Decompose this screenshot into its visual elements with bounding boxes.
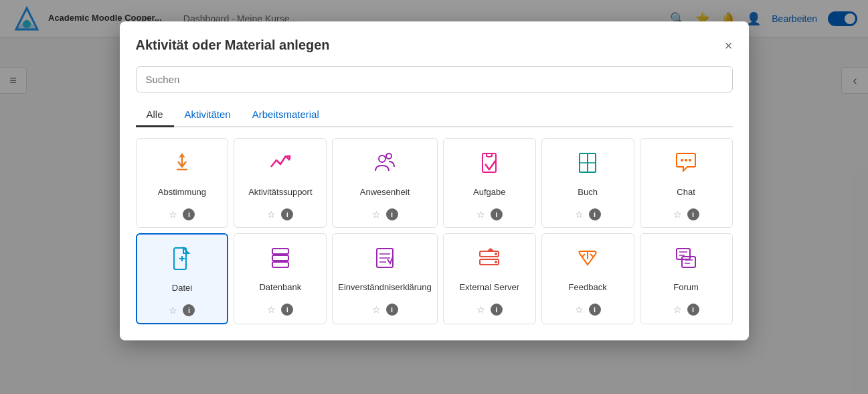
aktivitaetssupport-actions: ☆ i — [267, 208, 293, 220]
aufgabe-icon — [476, 149, 503, 176]
svg-rect-19 — [272, 262, 288, 267]
tab-alle[interactable]: Alle — [136, 103, 174, 127]
datenbank-info[interactable]: i — [281, 304, 293, 316]
activity-item-chat[interactable]: Chat ☆ i — [640, 138, 733, 228]
aktivitaetssupport-icon — [267, 149, 294, 176]
forum-star[interactable]: ☆ — [673, 304, 682, 315]
abstimmung-actions: ☆ i — [169, 208, 195, 220]
chat-icon — [673, 149, 699, 176]
einverstaendnis-icon — [371, 245, 398, 271]
activity-grid: Abstimmung ☆ i Aktivitätssupport ☆ i — [136, 138, 733, 324]
svg-line-30 — [590, 254, 593, 257]
datenbank-star[interactable]: ☆ — [267, 304, 276, 315]
svg-point-27 — [495, 261, 497, 263]
feedback-star[interactable]: ☆ — [575, 304, 584, 315]
activity-item-datei[interactable]: Datei ☆ i — [136, 233, 229, 324]
activity-item-aufgabe[interactable]: Aufgabe ☆ i — [443, 138, 536, 228]
einverstaendnis-info[interactable]: i — [386, 304, 398, 316]
external-server-star[interactable]: ☆ — [476, 304, 485, 315]
abstimmung-info[interactable]: i — [183, 208, 195, 220]
modal-header: Aktivität oder Material anlegen × — [136, 38, 733, 53]
buch-actions: ☆ i — [575, 208, 601, 220]
svg-point-12 — [685, 159, 687, 161]
anwesenheit-icon — [371, 149, 398, 176]
svg-point-4 — [386, 153, 392, 159]
datei-star[interactable]: ☆ — [169, 305, 177, 316]
feedback-label: Feedback — [569, 277, 607, 298]
aktivitaetssupport-info[interactable]: i — [281, 208, 293, 220]
tab-arbeitsmaterial[interactable]: Arbeitsmaterial — [242, 103, 330, 127]
einverstaendnis-label: Einverständniserklärung — [338, 277, 431, 298]
abstimmung-star[interactable]: ☆ — [169, 209, 177, 220]
svg-rect-17 — [272, 249, 288, 254]
datenbank-label: Datenbank — [259, 277, 301, 298]
activity-item-datenbank[interactable]: Datenbank ☆ i — [234, 233, 327, 324]
datenbank-icon — [267, 245, 294, 271]
forum-label: Forum — [673, 277, 699, 298]
einverstaendnis-actions: ☆ i — [372, 304, 398, 316]
feedback-icon — [574, 245, 601, 271]
aufgabe-star[interactable]: ☆ — [476, 209, 485, 220]
chat-info[interactable]: i — [687, 208, 699, 220]
aktivitaetssupport-label: Aktivitätssupport — [248, 182, 312, 203]
svg-line-29 — [582, 254, 585, 257]
activity-item-aktivitaetssupport[interactable]: Aktivitätssupport ☆ i — [234, 138, 327, 228]
modal-close-button[interactable]: × — [725, 39, 733, 52]
svg-rect-18 — [272, 255, 288, 261]
modal-title: Aktivität oder Material anlegen — [136, 38, 330, 53]
activity-item-external-server[interactable]: External Server ☆ i — [443, 233, 536, 324]
external-server-icon — [476, 245, 503, 271]
svg-point-13 — [689, 159, 691, 161]
activity-item-einverstaendnis[interactable]: Einverständniserklärung ☆ i — [332, 233, 437, 324]
datei-actions: ☆ i — [169, 304, 195, 316]
anwesenheit-label: Anwesenheit — [360, 182, 410, 203]
activity-item-buch[interactable]: Buch ☆ i — [541, 138, 634, 228]
anwesenheit-actions: ☆ i — [372, 208, 398, 220]
svg-rect-34 — [682, 257, 695, 267]
external-server-actions: ☆ i — [476, 304, 503, 316]
einverstaendnis-star[interactable]: ☆ — [372, 304, 381, 315]
tabs: Alle Aktivitäten Arbeitsmaterial — [136, 103, 733, 127]
external-server-info[interactable]: i — [491, 304, 503, 316]
feedback-actions: ☆ i — [575, 304, 601, 316]
aufgabe-actions: ☆ i — [476, 208, 503, 220]
abstimmung-label: Abstimmung — [158, 182, 206, 203]
activity-item-forum[interactable]: Forum ☆ i — [640, 233, 733, 324]
svg-point-11 — [681, 159, 683, 161]
datei-info[interactable]: i — [183, 304, 195, 316]
search-container — [136, 66, 733, 92]
feedback-info[interactable]: i — [589, 304, 601, 316]
anwesenheit-info[interactable]: i — [386, 208, 398, 220]
buch-label: Buch — [578, 182, 598, 203]
aufgabe-label: Aufgabe — [473, 182, 505, 203]
aufgabe-info[interactable]: i — [491, 208, 503, 220]
chat-label: Chat — [677, 182, 695, 203]
svg-point-3 — [379, 155, 385, 162]
activity-modal: Aktivität oder Material anlegen × Alle A… — [120, 21, 749, 340]
buch-icon — [574, 149, 601, 176]
buch-star[interactable]: ☆ — [575, 209, 584, 220]
datei-label: Datei — [172, 277, 192, 299]
forum-actions: ☆ i — [673, 304, 699, 316]
abstimmung-icon — [169, 149, 195, 176]
forum-icon — [673, 245, 699, 271]
svg-rect-31 — [677, 249, 690, 259]
svg-point-26 — [495, 253, 497, 255]
aktivitaetssupport-star[interactable]: ☆ — [267, 209, 276, 220]
external-server-label: External Server — [459, 277, 519, 298]
buch-info[interactable]: i — [589, 208, 601, 220]
anwesenheit-star[interactable]: ☆ — [372, 209, 381, 220]
datei-icon — [169, 245, 195, 272]
forum-info[interactable]: i — [687, 304, 699, 316]
activity-item-abstimmung[interactable]: Abstimmung ☆ i — [136, 138, 229, 228]
activity-item-feedback[interactable]: Feedback ☆ i — [541, 233, 634, 324]
chat-actions: ☆ i — [673, 208, 699, 220]
datenbank-actions: ☆ i — [267, 304, 293, 316]
chat-star[interactable]: ☆ — [673, 209, 682, 220]
activity-item-anwesenheit[interactable]: Anwesenheit ☆ i — [332, 138, 437, 228]
tab-aktivitaeten[interactable]: Aktivitäten — [174, 103, 242, 127]
search-input[interactable] — [136, 66, 733, 92]
